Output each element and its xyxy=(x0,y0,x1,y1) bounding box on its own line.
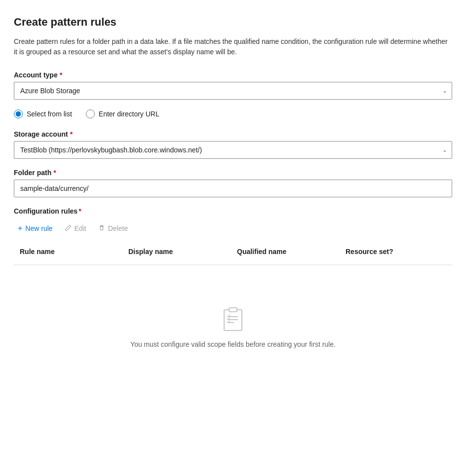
empty-state-message: You must configure valid scope fields be… xyxy=(130,340,336,348)
account-type-field: Account type * Azure Blob StorageAzure D… xyxy=(14,71,452,100)
folder-path-input[interactable] xyxy=(14,180,452,197)
folder-path-label: Folder path * xyxy=(14,169,452,177)
enter-directory-url-radio[interactable] xyxy=(86,110,95,118)
delete-button[interactable]: Delete xyxy=(94,221,132,236)
trash-icon xyxy=(98,224,105,233)
enter-directory-url-option[interactable]: Enter directory URL xyxy=(86,110,159,118)
select-from-list-option[interactable]: Select from list xyxy=(14,110,72,118)
select-from-list-radio[interactable] xyxy=(14,110,23,118)
empty-state: You must configure valid scope fields be… xyxy=(14,285,452,368)
account-type-dropdown[interactable]: Azure Blob StorageAzure Data Lake Storag… xyxy=(14,82,452,100)
storage-account-dropdown[interactable]: TestBlob (https://perlovskybugbash.blob.… xyxy=(14,141,452,159)
column-resource-set: Resource set? xyxy=(340,244,452,259)
account-type-dropdown-wrapper: Azure Blob StorageAzure Data Lake Storag… xyxy=(14,82,452,100)
column-display-name: Display name xyxy=(122,244,231,259)
folder-path-field: Folder path * xyxy=(14,169,452,197)
storage-account-label: Storage account * xyxy=(14,130,452,138)
storage-required-indicator: * xyxy=(70,130,73,138)
empty-clipboard-icon xyxy=(219,305,247,332)
account-type-label: Account type * xyxy=(14,71,452,79)
edit-button[interactable]: Edit xyxy=(61,221,90,236)
column-rule-name: Rule name xyxy=(14,244,122,259)
select-from-list-label: Select from list xyxy=(27,110,72,118)
rules-toolbar: + New rule Edit Delete xyxy=(14,221,452,236)
enter-directory-url-label: Enter directory URL xyxy=(99,110,159,118)
page-title: Create pattern rules xyxy=(14,16,452,29)
svg-rect-0 xyxy=(100,226,103,230)
configuration-rules-title: Configuration rules * xyxy=(14,207,452,215)
edit-icon xyxy=(65,224,72,233)
svg-rect-2 xyxy=(229,308,237,312)
plus-icon: + xyxy=(18,224,22,233)
folder-path-required-indicator: * xyxy=(53,169,56,177)
rules-table: Rule name Display name Qualified name Re… xyxy=(14,244,452,368)
storage-account-dropdown-wrapper: TestBlob (https://perlovskybugbash.blob.… xyxy=(14,141,452,159)
storage-account-field: Storage account * TestBlob (https://perl… xyxy=(14,130,452,159)
column-qualified-name: Qualified name xyxy=(231,244,340,259)
table-divider xyxy=(14,265,452,265)
page-description: Create pattern rules for a folder path i… xyxy=(14,37,452,57)
table-header: Rule name Display name Qualified name Re… xyxy=(14,244,452,265)
source-selection-group: Select from list Enter directory URL xyxy=(14,110,452,118)
new-rule-button[interactable]: + New rule xyxy=(14,221,57,236)
configuration-rules-section: Configuration rules * + New rule Edit xyxy=(14,207,452,368)
config-required-indicator: * xyxy=(78,207,81,215)
required-indicator: * xyxy=(60,71,62,79)
